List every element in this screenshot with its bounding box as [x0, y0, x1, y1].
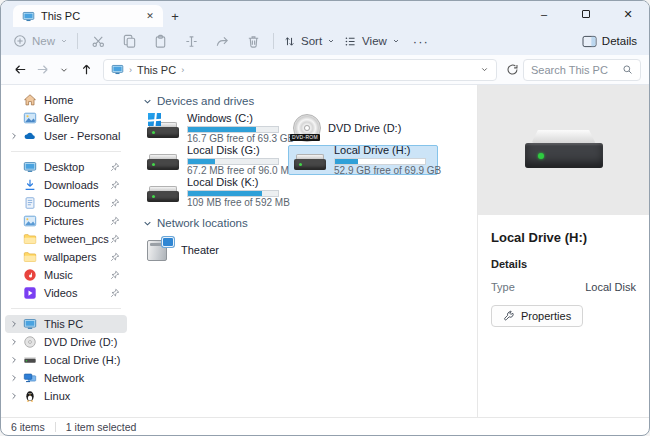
sidebar-item-gallery[interactable]: Gallery: [5, 109, 127, 127]
maximize-button[interactable]: [565, 1, 607, 27]
new-button[interactable]: New: [13, 34, 68, 48]
folder-icon: [23, 250, 37, 264]
drive-tile-k[interactable]: Local Disk (K:) 109 MB free of 592 MB: [141, 177, 288, 207]
this-pc-icon: [23, 317, 37, 331]
home-icon: [23, 93, 37, 107]
pin-icon: [110, 198, 120, 208]
address-dropdown-icon[interactable]: [480, 65, 489, 74]
details-section-label: Details: [491, 258, 636, 270]
tab-close-icon[interactable]: ✕: [143, 11, 157, 21]
rename-button[interactable]: [180, 34, 202, 49]
sidebar-item-linux[interactable]: Linux: [5, 387, 127, 405]
explorer-body: Home Gallery User - Personal Desktop Dow…: [1, 85, 649, 417]
sidebar-item-desktop[interactable]: Desktop: [5, 158, 127, 176]
close-button[interactable]: ✕: [607, 1, 649, 27]
sidebar-item-music[interactable]: Music: [5, 266, 127, 284]
file-list-area: Devices and drives Windows (C:) 16.7 GB …: [131, 85, 477, 417]
usage-bar: [187, 126, 279, 133]
sidebar-divider: [11, 151, 121, 152]
view-button[interactable]: View: [344, 35, 400, 48]
wrench-icon: [503, 310, 515, 322]
status-bar: 6 items 1 item selected: [1, 417, 649, 435]
sidebar-item-downloads[interactable]: Downloads: [5, 176, 127, 194]
chevron-right-icon[interactable]: [10, 320, 18, 328]
drive-tile-g[interactable]: Local Disk (G:) 67.2 MB free of 96.0 MB: [141, 145, 288, 175]
usage-bar: [334, 158, 426, 165]
dvd-rom-label: DVD-ROM: [290, 134, 320, 141]
sidebar-item-videos[interactable]: Videos: [5, 284, 127, 302]
drive-name: Local Disk (K:): [187, 176, 283, 188]
address-box[interactable]: › This PC ›: [103, 59, 497, 81]
music-icon: [23, 268, 37, 282]
drive-tile-c[interactable]: Windows (C:) 16.7 GB free of 69.3 GB: [141, 113, 288, 143]
details-row-value: Local Disk: [585, 281, 636, 293]
back-button[interactable]: [9, 62, 31, 77]
drive-tile-h-selected[interactable]: Local Drive (H:) 52.9 GB free of 69.9 GB: [288, 145, 438, 175]
chevron-right-icon[interactable]: [10, 356, 18, 364]
window-controls: – ✕: [523, 1, 649, 27]
drive-icon: [146, 180, 180, 204]
minimize-button[interactable]: –: [523, 1, 565, 27]
sidebar-item-dvd-drive[interactable]: DVD Drive (D:): [5, 333, 127, 351]
chevron-right-icon[interactable]: [10, 392, 18, 400]
drive-tile-dvd[interactable]: DVD-ROM DVD Drive (D:): [288, 113, 438, 143]
drive-free-text: 16.7 GB free of 69.3 GB: [187, 134, 283, 144]
view-list-icon: [344, 35, 357, 48]
desktop-icon: [23, 160, 37, 174]
chevron-down-icon: [60, 37, 68, 45]
chevron-right-icon[interactable]: [10, 132, 18, 140]
pin-icon: [110, 216, 120, 226]
sidebar-item-onedrive[interactable]: User - Personal: [5, 127, 127, 145]
new-tab-button[interactable]: +: [163, 5, 187, 27]
sidebar-item-pictures[interactable]: Pictures: [5, 212, 127, 230]
drive-icon: [146, 148, 180, 172]
sidebar-item-wallpapers[interactable]: wallpapers: [5, 248, 127, 266]
copy-button[interactable]: [118, 34, 140, 49]
network-location-theater[interactable]: Theater: [141, 235, 288, 265]
cut-button[interactable]: [87, 34, 109, 49]
section-devices-and-drives[interactable]: Devices and drives: [143, 95, 477, 107]
file-explorer-window: This PC ✕ + – ✕ New Sort Vie: [0, 0, 650, 436]
pin-icon: [110, 288, 120, 298]
details-pane-icon: [582, 35, 597, 48]
sidebar-divider: [11, 308, 121, 309]
more-options-button[interactable]: ···: [409, 34, 433, 49]
windows-drive-icon: [146, 116, 180, 140]
sidebar-item-network[interactable]: Network: [5, 369, 127, 387]
paste-button[interactable]: [149, 34, 171, 49]
forward-button[interactable]: [31, 62, 53, 77]
items-count: 6 items: [11, 421, 45, 433]
downloads-icon: [23, 178, 37, 192]
properties-button[interactable]: Properties: [491, 305, 583, 327]
section-network-locations[interactable]: Network locations: [143, 217, 477, 229]
sidebar-item-this-pc[interactable]: This PC: [5, 315, 127, 333]
usage-bar: [187, 158, 279, 165]
details-title: Local Drive (H:): [491, 230, 636, 245]
sidebar-item-documents[interactable]: Documents: [5, 194, 127, 212]
share-button[interactable]: [211, 34, 233, 49]
gallery-icon: [23, 111, 37, 125]
sort-button[interactable]: Sort: [283, 35, 335, 48]
sidebar-item-local-drive-h[interactable]: Local Drive (H:): [5, 351, 127, 369]
tab-title: This PC: [41, 10, 137, 22]
details-pane: Local Drive (H:) Details Type Local Disk…: [477, 85, 649, 417]
up-button[interactable]: [75, 62, 97, 77]
toolbar-divider: [77, 33, 78, 49]
details-pane-toggle[interactable]: Details: [582, 35, 637, 48]
breadcrumb-segment[interactable]: This PC: [137, 64, 176, 76]
delete-button[interactable]: [242, 34, 264, 49]
chevron-right-icon[interactable]: [10, 374, 18, 382]
sidebar-item-home[interactable]: Home: [5, 91, 127, 109]
sidebar-item-between-pcs[interactable]: between_pcs: [5, 230, 127, 248]
tab-this-pc[interactable]: This PC ✕: [13, 5, 163, 27]
large-drive-icon: [525, 127, 603, 173]
refresh-button[interactable]: [501, 63, 523, 76]
chevron-right-icon[interactable]: [10, 338, 18, 346]
drive-icon: [293, 148, 327, 172]
drive-free-text: 67.2 MB free of 96.0 MB: [187, 166, 283, 176]
drive-name: Windows (C:): [187, 112, 283, 124]
documents-icon: [23, 196, 37, 210]
address-bar-row: › This PC › Search This PC: [1, 55, 649, 85]
recent-locations-button[interactable]: [53, 65, 75, 75]
search-input[interactable]: Search This PC: [523, 59, 641, 81]
